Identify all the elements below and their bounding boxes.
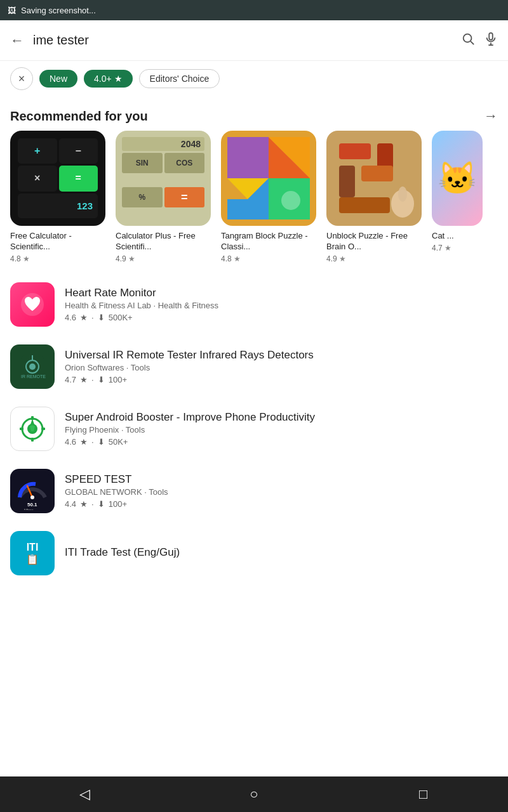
back-button[interactable]: ← — [10, 32, 24, 49]
app-downloads: 500K+ — [109, 313, 133, 322]
app-icon-calc1: + − × = 123 — [10, 131, 105, 226]
voice-search-button[interactable] — [484, 32, 498, 49]
app-info: Super Android Booster - Improve Phone Pr… — [65, 411, 498, 447]
screenshot-icon: 🖼 — [8, 6, 16, 15]
svg-rect-32 — [41, 428, 45, 430]
app-rating: 4.4 — [65, 499, 76, 509]
rating-value: 4.8 — [221, 254, 232, 263]
star-icon: ★ — [80, 499, 88, 509]
svg-point-12 — [281, 191, 300, 210]
app-icon-speed-test: 50.1 Mbps — [10, 469, 55, 513]
app-rating: 4.7 — [65, 375, 76, 384]
download-icon: ⬇ — [98, 437, 105, 447]
back-nav-icon: ◁ — [79, 786, 90, 802]
status-message: Saving screenshot... — [21, 6, 96, 15]
rating-value: 4.9 — [116, 254, 126, 263]
search-icon-button[interactable] — [461, 32, 475, 49]
iti-label: ITI📋 — [26, 541, 39, 565]
star-icon: ★ — [80, 375, 88, 384]
app-card-title: Free Calculator - Scientific... — [10, 231, 105, 252]
separator: · — [91, 313, 94, 322]
svg-point-24 — [29, 363, 36, 370]
svg-rect-30 — [31, 438, 34, 442]
app-icon-tangram — [221, 131, 316, 226]
svg-rect-14 — [339, 143, 371, 159]
speed-test-graphic: 50.1 Mbps — [13, 472, 51, 510]
app-name: Super Android Booster - Improve Phone Pr… — [65, 411, 498, 424]
home-nav-button[interactable]: ○ — [235, 776, 273, 812]
app-info: ITI Trade Test (Eng/Guj) — [65, 546, 498, 560]
list-item[interactable]: + − × = 123 Free Calculator - Scientific… — [10, 131, 105, 263]
svg-rect-2 — [489, 32, 493, 39]
app-info: Heart Rate Monitor Health & Fitness AI L… — [65, 287, 498, 322]
svg-rect-29 — [31, 416, 34, 420]
svg-point-35 — [30, 495, 34, 499]
list-item[interactable]: Unblock Puzzle - Free Brain O... 4.9 ★ — [326, 131, 422, 263]
unblock-graphic — [326, 131, 422, 226]
app-meta: 4.6 ★ · ⬇ 500K+ — [65, 313, 498, 322]
app-card-rating: 4.9 ★ — [326, 254, 422, 263]
app-name: ITI Trade Test (Eng/Guj) — [65, 546, 498, 559]
back-nav-button[interactable]: ◁ — [65, 776, 104, 812]
booster-graphic — [17, 414, 48, 444]
list-item[interactable]: IR REMOTE TESTER Universal IR Remote Tes… — [0, 336, 508, 398]
app-rating: 4.6 — [65, 437, 76, 447]
app-name: SPEED TEST — [65, 473, 498, 486]
rating-value: 4.8 — [10, 254, 21, 263]
app-icon-cat: 🐱 — [432, 131, 483, 226]
svg-rect-31 — [20, 428, 23, 430]
app-name: Universal IR Remote Tester Infrared Rays… — [65, 349, 498, 362]
download-icon: ⬇ — [98, 313, 105, 322]
editors-choice-chip[interactable]: Editors' Choice — [139, 69, 220, 88]
app-developer: Flying Phoenix · Tools — [65, 425, 498, 435]
app-card-title: Calculator Plus - Free Scientifi... — [116, 231, 211, 252]
svg-text:Mbps: Mbps — [24, 508, 34, 510]
app-downloads: 100+ — [109, 499, 127, 509]
app-name: Heart Rate Monitor — [65, 287, 498, 299]
list-item[interactable]: 2048 SIN COS % = Calculator Plus - Free … — [116, 131, 211, 263]
star-icon: ★ — [234, 254, 241, 263]
app-card-rating: 4.7 ★ — [432, 244, 483, 252]
app-info: Universal IR Remote Tester Infrared Rays… — [65, 349, 498, 384]
svg-line-1 — [471, 41, 474, 44]
rating-filter-chip[interactable]: 4.0+ ★ — [84, 70, 133, 88]
list-item[interactable]: 🐱 Cat ... 4.7 ★ — [432, 131, 483, 263]
app-downloads: 50K+ — [109, 437, 128, 447]
app-developer: Orion Softwares · Tools — [65, 363, 498, 372]
new-filter-chip[interactable]: New — [39, 70, 77, 88]
svg-point-0 — [464, 34, 472, 42]
star-icon: ★ — [80, 437, 88, 447]
home-nav-icon: ○ — [250, 786, 258, 802]
star-icon: ★ — [80, 313, 88, 322]
list-item[interactable]: Super Android Booster - Improve Phone Pr… — [0, 398, 508, 460]
svg-rect-17 — [361, 166, 393, 181]
list-item[interactable]: 50.1 Mbps SPEED TEST GLOBAL NETWORK · To… — [0, 460, 508, 522]
app-meta: 4.7 ★ · ⬇ 100+ — [65, 375, 498, 384]
app-icon-heart-rate — [10, 282, 55, 327]
list-item[interactable]: Tangram Block Puzzle - Classi... 4.8 ★ — [221, 131, 316, 263]
app-icon-ir-remote: IR REMOTE TESTER — [10, 344, 55, 389]
separator: · — [91, 437, 94, 447]
app-icon-calc2: 2048 SIN COS % = — [116, 131, 211, 226]
list-item[interactable]: ITI📋 ITI Trade Test (Eng/Guj) — [0, 522, 508, 584]
app-card-title: Cat ... — [432, 231, 483, 242]
microphone-icon — [484, 32, 498, 46]
star-icon: ★ — [128, 254, 135, 263]
recents-nav-button[interactable]: □ — [404, 776, 443, 812]
app-card-rating: 4.8 ★ — [10, 254, 105, 263]
separator: · — [91, 375, 94, 384]
status-bar: 🖼 Saving screenshot... — [0, 0, 508, 20]
list-item[interactable]: Heart Rate Monitor Health & Fitness AI L… — [0, 273, 508, 336]
recommended-apps-list: + − × = 123 Free Calculator - Scientific… — [0, 131, 508, 273]
heart-graphic — [20, 292, 45, 317]
app-card-title: Tangram Block Puzzle - Classi... — [221, 231, 316, 252]
recents-nav-icon: □ — [419, 786, 427, 802]
download-icon: ⬇ — [98, 499, 105, 509]
recommended-arrow[interactable]: → — [484, 108, 498, 124]
app-icon-unblock — [326, 131, 422, 226]
app-rating: 4.6 — [65, 313, 76, 322]
app-meta: 4.6 ★ · ⬇ 50K+ — [65, 437, 498, 447]
new-filter-label: New — [50, 74, 67, 84]
bottom-navigation: ◁ ○ □ — [0, 776, 508, 812]
clear-filter-button[interactable]: × — [10, 67, 33, 90]
